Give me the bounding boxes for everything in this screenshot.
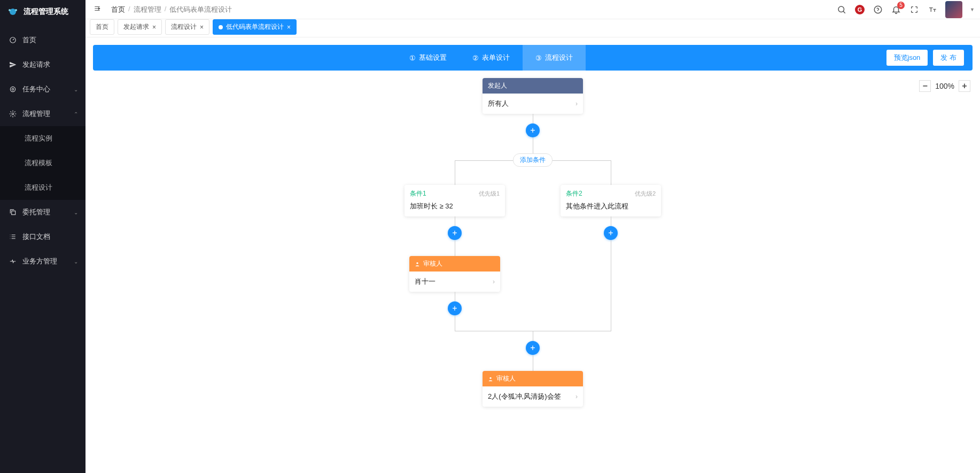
breadcrumb: 首页 / 流程管理 / 低代码表单流程设计 xyxy=(111,5,232,14)
sidebar-item-home[interactable]: 首页 xyxy=(0,28,85,52)
node-body: 所有人 xyxy=(488,99,509,108)
chevron-up-icon: ⌃ xyxy=(74,111,78,117)
fullscreen-icon[interactable] xyxy=(909,4,920,15)
chevron-right-icon: › xyxy=(575,393,578,400)
svg-point-4 xyxy=(10,87,15,91)
sidebar-item-template[interactable]: 流程模板 xyxy=(0,151,85,175)
chevron-right-icon: › xyxy=(575,100,578,107)
tab-label: 低代码表单流程设计 xyxy=(226,22,284,32)
step-num: ② xyxy=(472,54,479,62)
close-icon[interactable]: × xyxy=(152,24,156,31)
node-header: 审核人 xyxy=(409,256,500,272)
zoom-control: − 100% + xyxy=(919,80,970,92)
sidebar: 流程管理系统 首页 发起请求 任务中心 ⌄ 流程管理 ⌃ 流程实例 流程模板 xyxy=(0,0,85,473)
breadcrumb-item[interactable]: 低代码表单流程设计 xyxy=(169,5,232,14)
breadcrumb-item[interactable]: 流程管理 xyxy=(134,5,161,14)
sidebar-item-label: 流程管理 xyxy=(22,109,50,119)
svg-point-8 xyxy=(838,6,844,12)
sidebar-item-instance[interactable]: 流程实例 xyxy=(0,126,85,151)
sidebar-item-process-mgmt[interactable]: 流程管理 ⌃ xyxy=(0,102,85,126)
condition-node-1[interactable]: 条件1优先级1 加班时长 ≥ 32 xyxy=(405,185,505,216)
sidebar-item-design[interactable]: 流程设计 xyxy=(0,175,85,200)
zoom-value: 100% xyxy=(935,82,954,90)
help-icon[interactable] xyxy=(873,4,883,15)
tab-home[interactable]: 首页 xyxy=(90,19,114,35)
biz-icon xyxy=(9,257,17,266)
svg-point-1 xyxy=(9,9,11,11)
svg-point-5 xyxy=(12,88,14,90)
condition-body: 其他条件进入此流程 xyxy=(566,201,656,211)
gitee-icon[interactable]: G xyxy=(854,4,865,15)
chevron-down-icon: ⌄ xyxy=(74,87,78,92)
list-icon xyxy=(9,232,17,241)
sidebar-item-label: 委托管理 xyxy=(22,207,50,217)
tabs: 首页 发起请求× 流程设计× 低代码表单流程设计× xyxy=(85,19,980,37)
tab-request[interactable]: 发起请求× xyxy=(118,19,162,35)
step-basic[interactable]: ①基础设置 xyxy=(396,45,460,71)
step-flow[interactable]: ③流程设计 xyxy=(523,45,586,71)
condition-node-2[interactable]: 条件2优先级2 其他条件进入此流程 xyxy=(561,185,661,216)
header: 首页 / 流程管理 / 低代码表单流程设计 G 5 ▼ xyxy=(85,0,980,19)
avatar[interactable] xyxy=(945,1,962,18)
chevron-down-icon: ⌄ xyxy=(74,210,78,215)
close-icon[interactable]: × xyxy=(287,24,291,31)
condition-priority: 优先级2 xyxy=(635,190,656,198)
sidebar-item-label: 首页 xyxy=(22,35,36,45)
approver-node-2[interactable]: 审核人 2人(令狐冲,风清扬)会签› xyxy=(483,371,583,407)
sidebar-item-label: 流程模板 xyxy=(25,158,52,168)
fontsize-icon[interactable] xyxy=(927,4,938,15)
dashboard-icon xyxy=(9,36,17,44)
add-node-button[interactable]: + xyxy=(526,341,540,355)
copy-icon xyxy=(9,208,17,216)
sidebar-item-business[interactable]: 业务方管理 ⌄ xyxy=(0,249,85,274)
step-num: ① xyxy=(409,54,416,62)
collapse-icon[interactable] xyxy=(91,3,104,16)
start-node[interactable]: 发起人 所有人› xyxy=(483,78,583,114)
tab-design[interactable]: 流程设计× xyxy=(165,19,209,35)
app-name: 流程管理系统 xyxy=(24,7,68,17)
svg-point-0 xyxy=(10,9,16,15)
svg-point-2 xyxy=(15,9,17,11)
chevron-down-icon: ⌄ xyxy=(74,259,78,265)
approver-node-1[interactable]: 审核人 肖十一› xyxy=(409,256,500,292)
gear-icon xyxy=(9,110,17,118)
search-icon[interactable] xyxy=(836,4,847,15)
sidebar-item-tasks[interactable]: 任务中心 ⌄ xyxy=(0,77,85,102)
close-icon[interactable]: × xyxy=(200,24,204,31)
logo-icon xyxy=(6,5,19,18)
step-form[interactable]: ②表单设计 xyxy=(460,45,523,71)
zoom-in-button[interactable]: + xyxy=(959,80,970,92)
svg-point-10 xyxy=(416,262,418,263)
node-header: 审核人 xyxy=(483,371,583,386)
svg-rect-7 xyxy=(12,211,15,215)
sidebar-item-label: 任务中心 xyxy=(22,84,50,94)
publish-button[interactable]: 发 布 xyxy=(933,50,964,66)
step-label: 基础设置 xyxy=(419,53,447,63)
preview-json-button[interactable]: 预览json xyxy=(886,50,928,66)
svg-point-6 xyxy=(12,113,14,115)
condition-body: 加班时长 ≥ 32 xyxy=(410,201,500,211)
add-condition-button[interactable]: 添加条件 xyxy=(513,153,553,167)
bell-icon[interactable]: 5 xyxy=(891,4,901,15)
step-label: 表单设计 xyxy=(482,53,510,63)
sidebar-item-label: 业务方管理 xyxy=(22,257,57,266)
tab-lowcode[interactable]: 低代码表单流程设计× xyxy=(213,19,297,35)
add-node-button[interactable]: + xyxy=(448,226,462,240)
condition-name: 条件1 xyxy=(410,189,426,198)
sidebar-item-request[interactable]: 发起请求 xyxy=(0,52,85,77)
sidebar-item-api-doc[interactable]: 接口文档 xyxy=(0,224,85,249)
node-body: 肖十一 xyxy=(415,277,435,286)
svg-point-9 xyxy=(874,6,882,13)
sidebar-item-label: 发起请求 xyxy=(22,60,50,69)
breadcrumb-item[interactable]: 首页 xyxy=(111,5,125,14)
sidebar-item-delegate[interactable]: 委托管理 ⌄ xyxy=(0,200,85,224)
add-node-button[interactable]: + xyxy=(526,123,540,137)
step-label: 流程设计 xyxy=(545,53,573,63)
add-node-button[interactable]: + xyxy=(604,226,618,240)
chevron-right-icon: › xyxy=(493,278,495,285)
zoom-out-button[interactable]: − xyxy=(919,80,931,92)
dropdown-icon[interactable]: ▼ xyxy=(970,7,975,12)
tab-label: 流程设计 xyxy=(171,22,197,32)
condition-priority: 优先级1 xyxy=(479,190,500,198)
add-node-button[interactable]: + xyxy=(448,301,462,315)
